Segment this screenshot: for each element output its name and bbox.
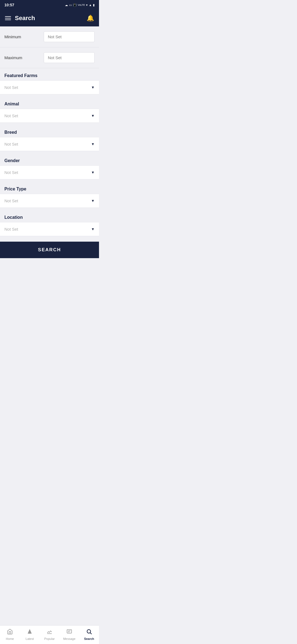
status-bar: 10:57 ☁ ▭ 📳 VoLTE ▾ ▲ ▮ (0, 0, 99, 10)
separator-3 (0, 151, 99, 153)
location-title: Location (4, 215, 23, 220)
signal-icon: ▲ (89, 3, 92, 7)
animal-dropdown[interactable]: Not Set ▼ (0, 109, 99, 123)
breed-header: Breed (0, 125, 99, 137)
featured-farms-section: Featured Farms Not Set ▼ (0, 68, 99, 94)
price-type-header: Price Type (0, 182, 99, 194)
breed-section: Breed Not Set ▼ (0, 125, 99, 151)
maximum-input[interactable] (44, 52, 95, 63)
gender-header: Gender (0, 153, 99, 165)
gender-chevron-icon: ▼ (91, 170, 95, 174)
separator-1 (0, 94, 99, 97)
maximum-label: Maximum (4, 55, 22, 60)
price-type-dropdown[interactable]: Not Set ▼ (0, 194, 99, 208)
page-title: Search (15, 15, 35, 22)
gender-value: Not Set (4, 170, 18, 175)
price-type-chevron-icon: ▼ (91, 199, 95, 203)
separator-5 (0, 208, 99, 210)
gender-title: Gender (4, 158, 20, 163)
featured-farms-header: Featured Farms (0, 68, 99, 80)
location-value: Not Set (4, 227, 18, 231)
animal-value: Not Set (4, 113, 18, 118)
wifi-icon: ▾ (86, 3, 88, 7)
location-dropdown[interactable]: Not Set ▼ (0, 222, 99, 236)
animal-chevron-icon: ▼ (91, 114, 95, 118)
vibrate-icon: 📳 (73, 3, 77, 7)
featured-farms-chevron-icon: ▼ (91, 85, 95, 89)
price-type-value: Not Set (4, 198, 18, 203)
status-icons: ☁ ▭ 📳 VoLTE ▾ ▲ ▮ (65, 3, 95, 7)
search-button-container: SEARCH (0, 238, 99, 258)
featured-farms-dropdown-inner[interactable]: Not Set ▼ (0, 81, 99, 94)
maximum-row: Maximum (0, 47, 99, 68)
notification-button[interactable]: 🔔 (87, 15, 94, 22)
gender-dropdown[interactable]: Not Set ▼ (0, 165, 99, 179)
gender-section: Gender Not Set ▼ (0, 153, 99, 179)
minimum-label: Minimum (4, 34, 21, 39)
animal-dropdown-inner[interactable]: Not Set ▼ (0, 109, 99, 122)
minimum-row: Minimum (0, 26, 99, 47)
header-left: Search (5, 15, 35, 22)
animal-section: Animal Not Set ▼ (0, 97, 99, 123)
featured-farms-value: Not Set (4, 85, 18, 90)
gender-dropdown-inner[interactable]: Not Set ▼ (0, 166, 99, 179)
minimum-input[interactable] (44, 31, 95, 42)
price-type-dropdown-inner[interactable]: Not Set ▼ (0, 194, 99, 208)
volte-icon: VoLTE (78, 4, 85, 6)
cloud-icon: ☁ (65, 3, 68, 7)
price-type-title: Price Type (4, 187, 26, 191)
price-type-section: Price Type Not Set ▼ (0, 182, 99, 208)
breed-value: Not Set (4, 142, 18, 146)
breed-chevron-icon: ▼ (91, 142, 95, 146)
location-dropdown-inner[interactable]: Not Set ▼ (0, 222, 99, 236)
separator-4 (0, 179, 99, 182)
separator-2 (0, 123, 99, 125)
separator-6 (0, 236, 99, 238)
location-chevron-icon: ▼ (91, 227, 95, 231)
breed-title: Breed (4, 130, 17, 135)
menu-button[interactable] (5, 16, 11, 20)
featured-farms-dropdown[interactable]: Not Set ▼ (0, 80, 99, 94)
location-section: Location Not Set ▼ (0, 210, 99, 236)
search-button[interactable]: SEARCH (0, 242, 99, 258)
breed-dropdown-inner[interactable]: Not Set ▼ (0, 137, 99, 151)
main-content: Minimum Maximum Featured Farms Not Set ▼… (0, 26, 99, 280)
app-header: Search 🔔 (0, 10, 99, 26)
battery-icon: ▮ (93, 3, 95, 7)
animal-title: Animal (4, 102, 19, 106)
screen-icon: ▭ (69, 3, 72, 7)
featured-farms-title: Featured Farms (4, 73, 37, 78)
location-header: Location (0, 210, 99, 222)
animal-header: Animal (0, 97, 99, 109)
status-time: 10:57 (4, 3, 14, 7)
breed-dropdown[interactable]: Not Set ▼ (0, 137, 99, 151)
